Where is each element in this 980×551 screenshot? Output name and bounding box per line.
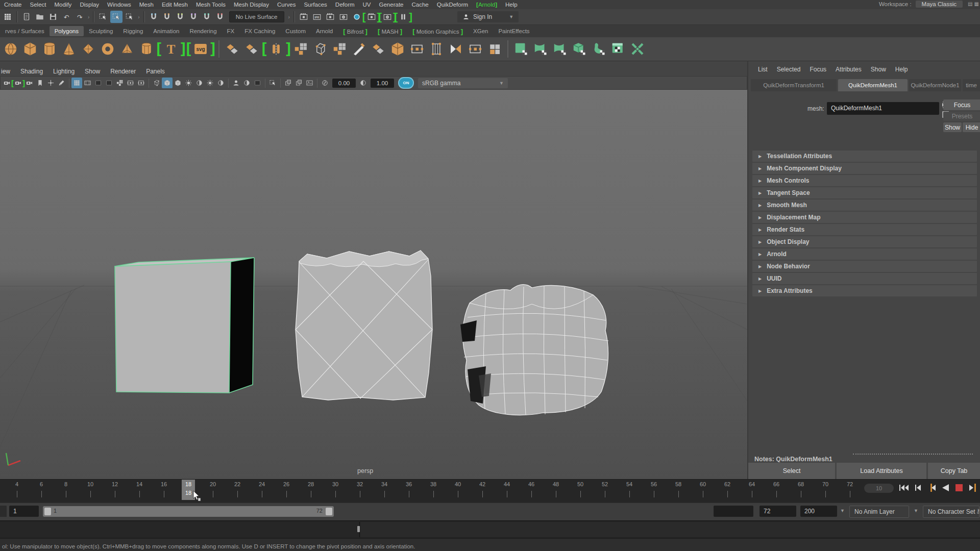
ui-window-icon[interactable] — [608, 39, 628, 59]
menu-item-mesh[interactable]: Mesh — [135, 2, 158, 8]
playback-end-field[interactable]: 72 — [760, 506, 796, 517]
cube-deform-icon[interactable] — [570, 39, 589, 59]
ambient-occlusion-icon[interactable] — [205, 78, 215, 88]
menu-item-select[interactable]: Select — [26, 2, 51, 8]
boolean-icon[interactable] — [266, 39, 286, 59]
ae-tab-quikdeformtransform1[interactable]: QuikDeformTransform1 — [751, 79, 837, 91]
smooth-icon[interactable] — [310, 39, 330, 59]
svg-tool-icon[interactable]: svg — [191, 39, 210, 59]
anim-layer-icon[interactable] — [293, 78, 304, 88]
menu-item-quikdeform[interactable]: QuikDeform — [433, 2, 472, 8]
wave-deform-icon[interactable] — [589, 39, 608, 59]
shelf-tab-fx[interactable]: FX — [222, 26, 240, 36]
shelf-tab-sculpting[interactable]: Sculpting — [84, 26, 118, 36]
textured-display-icon[interactable] — [173, 78, 183, 88]
redo-icon[interactable]: ↷ — [74, 11, 86, 23]
workspace-selector[interactable]: Workspace : Maya Classic — [879, 1, 963, 8]
menu-item-create[interactable]: Create — [0, 2, 26, 8]
gamma-on-toggle[interactable]: ON — [398, 77, 414, 89]
auto-keyframe-icon[interactable]: ⚷ — [976, 508, 980, 515]
isolate-select-icon[interactable] — [267, 78, 278, 88]
ae-tab-quikdeformnode1[interactable]: QuikDeformNode1 — [909, 79, 961, 91]
chevron-down-icon[interactable]: ▼ — [840, 508, 845, 513]
camera-pivot-icon[interactable] — [45, 78, 56, 88]
presets-button[interactable]: Presets — [943, 112, 980, 121]
animation-start-field[interactable]: 1 — [9, 506, 39, 517]
command-input[interactable] — [0, 522, 360, 537]
playback-speed-field[interactable]: 10 — [864, 484, 894, 493]
save-scene-icon[interactable] — [47, 11, 59, 23]
ae-tab-time[interactable]: time — [963, 79, 980, 91]
menu-item-arnold[interactable]: [Arnold] — [472, 2, 501, 8]
shelf-tab-rendering[interactable]: Rendering — [184, 26, 222, 36]
menu-item-uv[interactable]: UV — [359, 2, 375, 8]
make-live-icon[interactable] — [214, 11, 226, 23]
poly-cylinder-icon[interactable] — [40, 39, 59, 59]
field-chart-icon[interactable] — [114, 78, 125, 88]
quad-draw-icon[interactable] — [485, 39, 504, 59]
stereo-camera-icon[interactable] — [13, 78, 23, 88]
safe-title-icon[interactable] — [136, 78, 146, 88]
group-expander-icon[interactable]: › — [136, 14, 141, 20]
flow-icon[interactable] — [369, 39, 388, 59]
xray-joints-icon[interactable] — [241, 78, 252, 88]
panel-menu-iew[interactable]: iew — [0, 68, 15, 75]
viewport-camera-icon[interactable] — [2, 78, 12, 88]
group-expander-icon[interactable]: › — [86, 14, 91, 20]
multi-cut-icon[interactable] — [349, 39, 369, 59]
layout-icon[interactable]: ▤ — [968, 1, 972, 7]
range-end-handle[interactable] — [326, 508, 332, 515]
poly-pipe-icon[interactable] — [137, 39, 156, 59]
toon-outline-icon[interactable] — [351, 11, 363, 23]
show-statusline-icon[interactable] — [966, 11, 978, 23]
section-extra-attributes[interactable]: ▶Extra Attributes — [752, 285, 977, 296]
type-tool-icon[interactable]: T — [161, 39, 181, 59]
viewport-canvas[interactable]: persp — [0, 90, 747, 479]
resolution-gate-icon[interactable] — [93, 78, 104, 88]
shelf-tab-rves-surfaces[interactable]: rves / Surfaces — [0, 26, 50, 36]
playback-option-field[interactable] — [714, 506, 753, 517]
notes-resize-handle[interactable] — [853, 454, 973, 455]
fill-hole-icon[interactable] — [291, 39, 310, 59]
undo-icon[interactable]: ↶ — [60, 11, 72, 23]
spread-icon[interactable] — [628, 39, 647, 59]
section-displacement-map[interactable]: ▶Displacement Map — [752, 212, 977, 223]
poly-sphere-icon[interactable] — [1, 39, 20, 59]
bevel-fold-icon[interactable] — [446, 39, 465, 59]
previous-key-button[interactable] — [926, 484, 937, 492]
shelf-tab-polygons[interactable]: Polygons — [50, 26, 84, 36]
arnold-renderview-icon[interactable] — [365, 11, 378, 23]
motion-blur-icon[interactable] — [215, 78, 226, 88]
shelf-tab-bifrost[interactable]: [ Bifrost ] — [338, 26, 373, 37]
select-button[interactable]: Select — [748, 463, 835, 479]
ae-tab-quikdeformmesh1[interactable]: QuikDeformMesh1 — [838, 79, 908, 91]
section-uuid[interactable]: ▶UUID — [752, 273, 977, 284]
anim-layer-dropdown[interactable]: No Anim Layer — [849, 506, 909, 518]
ae-menu-selected[interactable]: Selected — [772, 66, 805, 77]
sign-in-button[interactable]: Sign In▼ — [457, 11, 519, 22]
image-plane-icon[interactable] — [304, 78, 315, 88]
play-backwards-button[interactable] — [940, 484, 950, 492]
group-expander-icon[interactable]: › — [287, 14, 291, 20]
ae-menu-show[interactable]: Show — [866, 66, 891, 77]
snap-grid-icon[interactable] — [148, 11, 160, 23]
character-set-dropdown[interactable]: No Character Set — [923, 506, 979, 518]
select-object-icon[interactable] — [110, 11, 122, 23]
shelf-tab-rigging[interactable]: Rigging — [118, 26, 148, 36]
display-layer-icon[interactable] — [283, 78, 293, 88]
menu-item-modify[interactable]: Modify — [51, 2, 76, 8]
shelf-tab-arnold[interactable]: Arnold — [311, 26, 338, 36]
bridge-icon[interactable] — [465, 39, 485, 59]
view-transform-dropdown[interactable]: sRGB gamma ▼ — [418, 78, 508, 88]
menu-item-generate[interactable]: Generate — [375, 2, 408, 8]
select-component-icon[interactable] — [124, 11, 136, 23]
section-tangent-space[interactable]: ▶Tangent Space — [752, 187, 977, 198]
panel-toggle-icon[interactable]: ▦ — [974, 1, 979, 7]
new-scene-icon[interactable] — [20, 11, 33, 23]
camera-attributes-icon[interactable] — [24, 78, 35, 88]
live-surface-field[interactable]: No Live Surface — [229, 11, 284, 22]
section-node-behavior[interactable]: ▶Node Behavior — [752, 261, 977, 272]
menu-item-help[interactable]: Help — [501, 2, 522, 8]
separate-icon[interactable] — [242, 39, 261, 59]
section-mesh-controls[interactable]: ▶Mesh Controls — [752, 175, 977, 186]
